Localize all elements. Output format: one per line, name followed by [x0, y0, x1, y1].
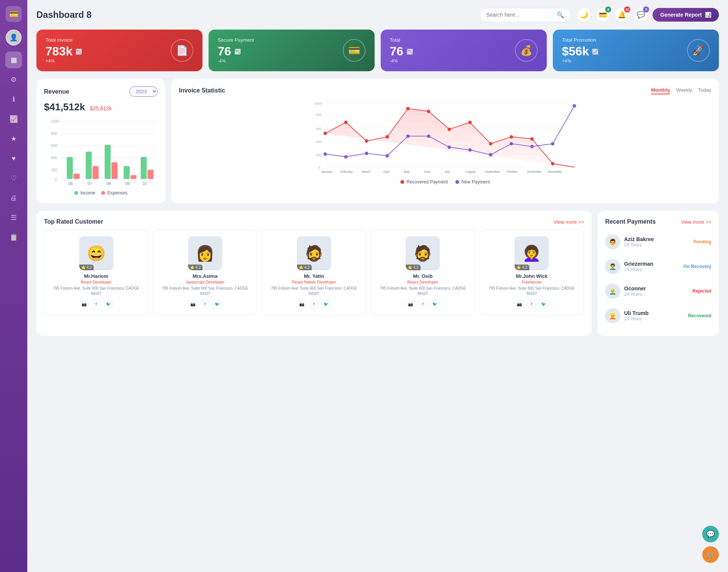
bell-btn[interactable]: 🔔 12	[615, 8, 629, 22]
twitter-icon-0[interactable]: 🐦	[104, 299, 113, 309]
search-bar[interactable]: 🔍	[480, 8, 571, 22]
new-payment-dot	[455, 180, 459, 184]
stat-label-invoice: Total invoice	[46, 37, 82, 43]
top-customers-view-more[interactable]: View more >>	[554, 219, 584, 225]
twitter-icon-1[interactable]: 🐦	[213, 299, 222, 309]
generate-report-button[interactable]: Generate Report 📊	[653, 8, 719, 22]
facebook-icon-0[interactable]: f	[92, 299, 101, 309]
stat-value-promotion: $56k 📈	[562, 44, 598, 58]
stat-value-invoice: 783k 📉	[46, 44, 82, 58]
chat-btn[interactable]: 💬 5	[634, 8, 648, 22]
customer-card-4: 👩‍🦱 ⭐ 4.2 Mr.John Wick Freelancer 795 Fo…	[480, 230, 584, 315]
payment-status-1: On Recovery	[683, 264, 711, 269]
twitter-icon-4[interactable]: 🐦	[539, 299, 548, 309]
svg-rect-13	[74, 174, 80, 179]
sidebar-item-info[interactable]: ℹ	[5, 91, 22, 108]
sidebar-item-menu[interactable]: ☰	[5, 209, 22, 226]
svg-rect-19	[130, 175, 136, 179]
svg-text:October: October	[507, 170, 518, 174]
instagram-icon-1[interactable]: 📷	[188, 299, 198, 309]
facebook-icon-4[interactable]: f	[527, 299, 536, 309]
customer-card-1: 👩 ⭐ 4.2 Mrs.Asima Javascript Developer 7…	[153, 230, 257, 315]
income-label: Income	[80, 190, 95, 196]
chat-icon: 💬	[637, 11, 645, 19]
tab-weekly[interactable]: Weekly	[676, 86, 692, 94]
customer-avatar-4: 👩‍🦱 ⭐ 4.2	[515, 236, 549, 270]
customer-avatar-3: 🧔 ⭐ 4.2	[406, 236, 440, 270]
customer-socials-1: 📷 f 🐦	[158, 299, 252, 309]
top-customers-section: Top Rated Customer View more >> 😄 ⭐ 4.2 …	[36, 211, 592, 336]
svg-point-41	[344, 121, 348, 124]
sidebar-item-list[interactable]: 📋	[5, 229, 22, 246]
svg-rect-14	[86, 152, 92, 179]
support-fab[interactable]: 💬	[702, 526, 719, 542]
trend-icon-promotion: 📈	[592, 49, 598, 55]
instagram-icon-0[interactable]: 📷	[80, 299, 89, 309]
sidebar-item-star[interactable]: ★	[5, 130, 22, 147]
customer-role-0: React Developer	[49, 280, 143, 284]
stat-card-invoice: Total invoice 783k 📉 +4% 📄	[36, 30, 202, 71]
sidebar: 💳 👤 ▦ ⚙ ℹ 📈 ★ ♥ ♡ 🖨 ☰ 📋	[0, 0, 27, 572]
payment-item-0: 👨 Aziz Bakree 24 Years Pending	[605, 230, 711, 254]
recent-payments-header: Recent Payments View more >>	[605, 218, 711, 225]
stat-change-promotion: +4%	[562, 58, 598, 64]
revenue-title: Revenue	[44, 88, 69, 95]
instagram-icon-2[interactable]: 📷	[297, 299, 306, 309]
customer-addr-2: 795 Folsom Ave, Suite 600 San Francisco,…	[267, 286, 361, 296]
customer-addr-4: 795 Folsom Ave, Suite 600 San Francisco,…	[485, 286, 579, 296]
recent-payments-title: Recent Payments	[605, 218, 656, 225]
bottom-row: Top Rated Customer View more >> 😄 ⭐ 4.2 …	[36, 211, 719, 336]
income-dot	[74, 191, 78, 195]
svg-text:200: 200	[316, 153, 322, 157]
svg-point-45	[427, 110, 430, 113]
cart-fab[interactable]: 🛒	[702, 546, 719, 563]
revenue-card: Revenue 2023 2022 2021 $41,512k $25,612k…	[36, 79, 165, 203]
svg-point-64	[573, 104, 576, 108]
svg-point-57	[427, 135, 430, 138]
svg-text:06: 06	[69, 182, 73, 186]
recent-payments-view-more[interactable]: View more >>	[681, 219, 711, 225]
sidebar-item-dashboard[interactable]: ▦	[5, 52, 22, 68]
app-logo[interactable]: 💳	[6, 6, 22, 22]
sidebar-item-print[interactable]: 🖨	[5, 190, 22, 206]
svg-text:1000: 1000	[314, 102, 322, 105]
user-avatar[interactable]: 👤	[6, 30, 22, 45]
theme-toggle-btn[interactable]: 🌙	[577, 8, 591, 22]
facebook-icon-1[interactable]: f	[201, 299, 210, 309]
svg-text:June: June	[424, 170, 431, 174]
new-payment-legend: New Payment	[455, 179, 490, 185]
svg-rect-12	[67, 157, 73, 179]
stat-change-invoice: +4%	[46, 58, 82, 64]
instagram-icon-3[interactable]: 📷	[406, 299, 415, 309]
sidebar-item-settings[interactable]: ⚙	[5, 71, 22, 88]
sidebar-item-heart[interactable]: ♥	[5, 150, 22, 167]
search-input[interactable]	[486, 12, 554, 18]
svg-point-54	[365, 152, 368, 155]
instagram-icon-4[interactable]: 📷	[515, 299, 524, 309]
main-content: Dashboard 8 🔍 🌙 💳 2 🔔 12 💬 5 Generate Re…	[27, 0, 728, 572]
svg-text:November: November	[527, 170, 541, 174]
chat-badge: 5	[643, 6, 649, 13]
sidebar-item-heart2[interactable]: ♡	[5, 170, 22, 186]
facebook-icon-2[interactable]: f	[309, 299, 318, 309]
invoice-tabs: Monthly Weekly Today	[651, 86, 711, 94]
wallet-btn[interactable]: 💳 2	[596, 8, 610, 22]
customer-cards: 😄 ⭐ 4.2 Mr.Hariom React Developer 795 Fo…	[44, 230, 584, 315]
year-select[interactable]: 2023 2022 2021	[129, 86, 158, 97]
svg-point-56	[406, 135, 410, 138]
tab-monthly[interactable]: Monthly	[651, 86, 670, 94]
svg-text:January: January	[321, 170, 333, 174]
recovered-dot	[400, 180, 404, 184]
twitter-icon-2[interactable]: 🐦	[322, 299, 331, 309]
tab-today[interactable]: Today	[698, 86, 711, 94]
twitter-icon-3[interactable]: 🐦	[430, 299, 439, 309]
customer-socials-2: 📷 f 🐦	[267, 299, 361, 309]
new-payment-label: New Payment	[461, 179, 490, 185]
facebook-icon-3[interactable]: f	[418, 299, 427, 309]
rating-badge-3: ⭐ 4.2	[406, 265, 420, 270]
sidebar-item-analytics[interactable]: 📈	[5, 111, 22, 127]
svg-text:800: 800	[316, 113, 322, 117]
svg-text:0: 0	[318, 166, 320, 169]
invoice-card: Invoice Statistic Monthly Weekly Today 1…	[171, 79, 719, 203]
svg-rect-15	[93, 166, 99, 179]
